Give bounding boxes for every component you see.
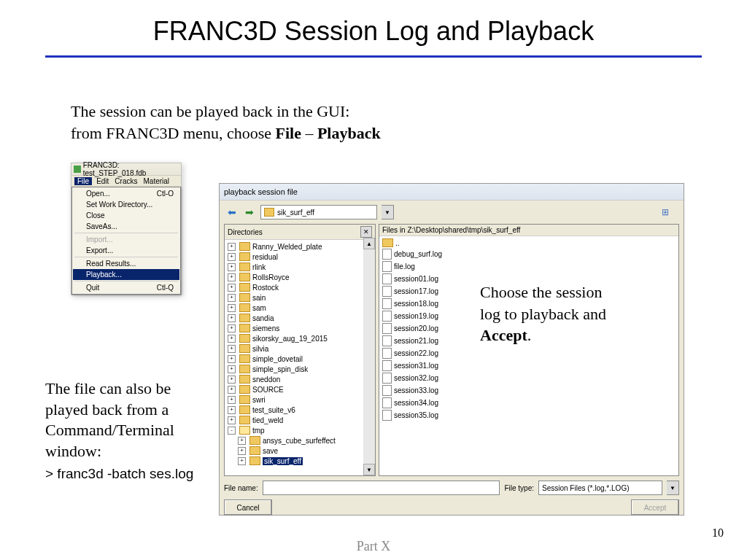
tree-row[interactable]: +sam	[228, 303, 372, 313]
tree-row[interactable]: +Ranny_Welded_plate	[228, 241, 372, 252]
file-list[interactable]: ..debug_surf.logfile.logsession01.logses…	[379, 236, 678, 475]
app-title: FRANC3D: test_STEP_018.fdb	[83, 161, 181, 177]
filetype-label: File type:	[504, 484, 534, 492]
tree-row[interactable]: +simple_dovetail	[228, 354, 372, 364]
tree-row[interactable]: +sain	[228, 292, 372, 303]
intro-text: The session can be played back in the GU…	[71, 101, 381, 144]
tree-row[interactable]: +sik_surf_eff	[228, 456, 372, 466]
menu-edit[interactable]: Edit	[95, 177, 110, 185]
cancel-button[interactable]: Cancel	[224, 499, 272, 516]
path-value: sik_surf_eff	[277, 209, 314, 217]
menu-item[interactable]: Set Work Directory...	[73, 199, 179, 210]
tree-row[interactable]: +swri	[228, 394, 372, 405]
tree-row[interactable]: +simple_spin_disk	[228, 364, 372, 374]
tree-row[interactable]: +sneddon	[228, 374, 372, 384]
slide-title: FRANC3D Session Log and Playback	[0, 0, 747, 55]
tree-row[interactable]: +rlink	[228, 262, 372, 272]
intro-dash: –	[301, 124, 317, 142]
file-row[interactable]: session33.log	[382, 384, 676, 397]
dropdown-button-icon[interactable]: ▼	[382, 205, 394, 219]
menu-item[interactable]: Playback...	[73, 269, 179, 280]
menu-file[interactable]: File	[74, 177, 92, 185]
folder-icon	[264, 208, 274, 217]
file-dialog: playback session file ⬅ ➡ sik_surf_eff ▼…	[219, 183, 684, 516]
dialog-title: playback session file	[220, 184, 684, 201]
command-line: > franc3d -batch ses.log	[45, 466, 193, 482]
file-row[interactable]: session22.log	[382, 347, 676, 359]
intro-bold-playback: Playback	[317, 124, 381, 142]
directories-header: Directories ✕	[225, 225, 375, 240]
app-icon	[74, 166, 81, 173]
accept-button[interactable]: Accept	[631, 499, 679, 516]
forward-arrow-icon[interactable]: ➡	[243, 206, 256, 219]
title-rule	[45, 55, 702, 58]
callout-a: Choose the session log to playback and	[480, 283, 606, 323]
files-header: Files in Z:\Desktop\shared\tmp\sik_surf_…	[379, 225, 678, 236]
callout-b: Accept	[480, 326, 527, 344]
files-label: Files in Z:\Desktop\shared\tmp\sik_surf_…	[382, 226, 520, 234]
tree-row[interactable]: +siemens	[228, 323, 372, 333]
intro-line2a: from FRANC3D menu, choose	[71, 124, 275, 142]
tree-row[interactable]: +RollsRoyce	[228, 272, 372, 282]
page-number: 10	[712, 526, 724, 540]
dialog-toolbar: ⬅ ➡ sik_surf_eff ▼ ⊞	[220, 201, 684, 224]
menu-item[interactable]: SaveAs...	[73, 221, 179, 232]
menu-item[interactable]: Export...	[73, 245, 179, 256]
scrollbar[interactable]: ▲ ▼	[363, 238, 375, 475]
tree-row[interactable]: +tied_weld	[228, 415, 372, 425]
file-row[interactable]: session31.log	[382, 359, 676, 372]
file-row[interactable]: debug_surf.log	[382, 248, 676, 260]
file-row[interactable]: session35.log	[382, 409, 676, 421]
files-pane: Files in Z:\Desktop\shared\tmp\sik_surf_…	[379, 224, 679, 476]
file-row[interactable]: session34.log	[382, 397, 676, 409]
filename-input[interactable]	[263, 481, 500, 495]
menu-item[interactable]: Close	[73, 210, 179, 221]
filetype-value: Session Files (*.log,*.LOG)	[542, 484, 630, 492]
callout-c: .	[527, 326, 532, 344]
app-titlebar: FRANC3D: test_STEP_018.fdb	[71, 163, 181, 175]
filetype-dropdown-icon[interactable]: ▼	[667, 481, 679, 495]
menu-item[interactable]: Import...	[73, 234, 179, 245]
intro-bold-file: File	[275, 124, 301, 142]
tree-row[interactable]: +ansys_cube_surfeffect	[228, 435, 372, 446]
filename-label: File name:	[224, 484, 258, 492]
menu-cracks[interactable]: Cracks	[113, 177, 139, 185]
menu-material[interactable]: Material	[142, 177, 171, 185]
menu-screenshot: FRANC3D: test_STEP_018.fdb File Edit Cra…	[71, 163, 182, 295]
back-arrow-icon[interactable]: ⬅	[225, 206, 239, 219]
menu-item[interactable]: Read Results...	[73, 258, 179, 269]
file-row[interactable]: ..	[382, 238, 676, 248]
directories-pane: Directories ✕ +Ranny_Welded_plate+residu…	[224, 224, 376, 476]
tree-row[interactable]: +sandia	[228, 313, 372, 323]
close-icon[interactable]: ✕	[360, 226, 372, 238]
tree-row[interactable]: +save	[228, 446, 372, 456]
tree-row[interactable]: +sikorsky_aug_19_2015	[228, 333, 372, 343]
part-label: Part X	[357, 539, 391, 554]
filename-row: File name: File type: Session Files (*.l…	[220, 476, 684, 499]
menu-item[interactable]: Open...Ctl-O	[73, 188, 179, 199]
directories-label: Directories	[228, 228, 263, 236]
intro-line1: The session can be played back in the GU…	[71, 102, 349, 120]
callout-text: Choose the session log to playback and A…	[480, 281, 615, 346]
bottom-text: The file can also be played back from a …	[45, 378, 213, 462]
path-dropdown[interactable]: sik_surf_eff	[260, 205, 377, 219]
panes: Directories ✕ +Ranny_Welded_plate+residu…	[224, 224, 679, 476]
directory-tree[interactable]: +Ranny_Welded_plate+residual+rlink+Rolls…	[225, 240, 375, 475]
menubar: File Edit Cracks Material	[71, 175, 181, 187]
tree-row[interactable]: +test_suite_v6	[228, 405, 372, 415]
file-row[interactable]: session32.log	[382, 372, 676, 384]
tree-row[interactable]: -tmp	[228, 425, 372, 435]
scroll-down-icon[interactable]: ▼	[363, 464, 375, 475]
menu-item[interactable]: QuitCtl-Q	[73, 282, 179, 293]
tree-row[interactable]: +residual	[228, 252, 372, 262]
file-row[interactable]: file.log	[382, 260, 676, 273]
filetype-combo[interactable]: Session Files (*.log,*.LOG)	[538, 481, 662, 495]
tree-row[interactable]: +SOURCE	[228, 384, 372, 394]
view-mode-icon[interactable]: ⊞	[659, 206, 672, 219]
button-row: Cancel Accept	[220, 499, 684, 520]
file-dropdown: Open...Ctl-OSet Work Directory...CloseSa…	[71, 187, 181, 295]
tree-row[interactable]: +silvia	[228, 343, 372, 354]
tree-row[interactable]: +Rostock	[228, 282, 372, 292]
scroll-up-icon[interactable]: ▲	[363, 238, 375, 249]
